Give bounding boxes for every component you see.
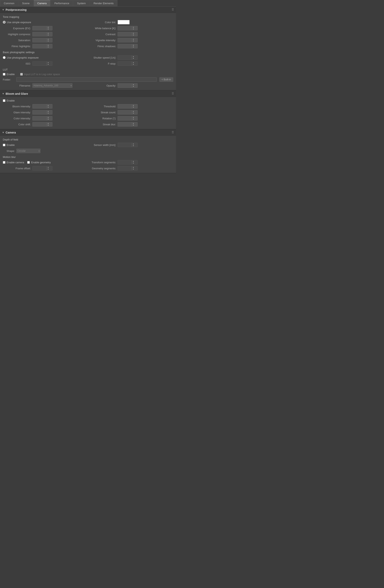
fstop-down[interactable]: ▼ — [132, 63, 135, 65]
lut-filename-dropdown[interactable]: Adanmq_Advantix_100 — [32, 83, 72, 88]
vignette-spinbox[interactable]: 0.0 ▲ ▼ — [118, 38, 137, 42]
bloom-intensity-up[interactable]: ▲ — [47, 104, 50, 106]
bloom-enable-checkbox[interactable] — [3, 99, 5, 102]
rotation-up[interactable]: ▲ — [132, 116, 135, 118]
frame-offset-input[interactable]: 0.5 — [33, 167, 46, 170]
bloom-intensity-down[interactable]: ▼ — [47, 106, 50, 108]
streak-blur-down[interactable]: ▼ — [132, 124, 135, 126]
filmic-shadows-arrows[interactable]: ▲ ▼ — [132, 44, 135, 48]
threshold-down[interactable]: ▼ — [132, 106, 135, 108]
enable-geometry-checkbox[interactable] — [27, 161, 30, 164]
contrast-arrows[interactable]: ▲ ▼ — [132, 32, 135, 36]
geometry-segments-spinbox[interactable]: 5 ▲ ▼ — [118, 166, 137, 170]
filmic-highlights-up[interactable]: ▲ — [47, 44, 50, 46]
frame-offset-arrows[interactable]: ▲ ▼ — [46, 166, 50, 170]
lut-enable-checkbox[interactable] — [3, 73, 5, 76]
sensor-width-down[interactable]: ▼ — [132, 145, 135, 147]
geometry-segments-arrows[interactable]: ▲ ▼ — [132, 166, 135, 170]
color-shift-spinbox[interactable]: 0.0 ▲ ▼ — [32, 122, 52, 126]
color-intensity-down[interactable]: ▼ — [47, 118, 50, 120]
streak-count-arrows[interactable]: ▲ ▼ — [132, 110, 135, 114]
lut-opacity-down[interactable]: ▼ — [132, 85, 135, 87]
rotation-input[interactable]: 0.0 — [118, 117, 132, 120]
exposure-down[interactable]: ▼ — [47, 28, 50, 30]
frame-offset-down[interactable]: ▼ — [47, 168, 50, 170]
enable-geometry-label[interactable]: Enable geometry — [27, 161, 51, 164]
tab-system[interactable]: System — [73, 0, 90, 6]
exposure-up[interactable]: ▲ — [47, 26, 50, 28]
lut-opacity-input[interactable]: 1.0 — [118, 84, 132, 87]
fstop-spinbox[interactable]: 5.6 ▲ ▼ — [118, 61, 137, 66]
saturation-spinbox[interactable]: 0.0 ▲ ▼ — [32, 38, 52, 42]
white-balance-arrows[interactable]: ▲ ▼ — [132, 26, 135, 30]
color-intensity-up[interactable]: ▲ — [47, 116, 50, 118]
lut-opacity-up[interactable]: ▲ — [132, 84, 135, 85]
geometry-segments-down[interactable]: ▼ — [132, 168, 135, 170]
exposure-arrows[interactable]: ▲ ▼ — [46, 26, 50, 30]
shape-dropdown[interactable]: Circular Custom — [16, 149, 40, 153]
streak-blur-arrows[interactable]: ▲ ▼ — [132, 122, 135, 126]
iso-down[interactable]: ▼ — [47, 63, 50, 65]
filmic-shadows-spinbox[interactable]: 0.0 ▲ ▼ — [118, 44, 137, 48]
threshold-arrows[interactable]: ▲ ▼ — [132, 104, 135, 108]
sensor-width-spinbox[interactable]: 10.0 ▲ ▼ — [118, 143, 137, 147]
filmic-highlights-spinbox[interactable]: 0.0 ▲ ▼ — [32, 44, 52, 48]
use-simple-exposure-radio-label[interactable]: Use simple exposure — [3, 21, 31, 24]
frame-offset-up[interactable]: ▲ — [47, 166, 50, 168]
streak-count-spinbox[interactable]: 3 ▲ ▼ — [118, 110, 137, 115]
streak-blur-input[interactable]: 0.0 — [118, 123, 132, 126]
vignette-up[interactable]: ▲ — [132, 38, 135, 40]
enable-camera-label[interactable]: Enable camera — [3, 161, 24, 164]
streak-count-up[interactable]: ▲ — [132, 110, 135, 112]
exposure-input[interactable]: 0.0 — [33, 27, 46, 30]
shutter-up[interactable]: ▲ — [132, 56, 135, 58]
iso-arrows[interactable]: ▲ ▼ — [46, 62, 50, 65]
filmic-highlights-arrows[interactable]: ▲ ▼ — [46, 44, 50, 48]
highlight-input[interactable]: 1.0 — [33, 33, 46, 36]
saturation-input[interactable]: 0.0 — [33, 39, 46, 42]
color-intensity-input[interactable]: 0.0 — [33, 117, 46, 120]
postprocessing-header[interactable]: ▼ Postprocessing ⠿ — [0, 7, 176, 13]
use-photo-exposure-radio[interactable] — [3, 56, 6, 59]
filmic-shadows-input[interactable]: 0.0 — [118, 45, 132, 48]
iso-up[interactable]: ▲ — [47, 62, 50, 63]
shape-dropdown-wrap[interactable]: Circular Custom — [16, 149, 40, 153]
white-balance-down[interactable]: ▼ — [132, 28, 135, 30]
color-intensity-spinbox[interactable]: 0.0 ▲ ▼ — [32, 116, 52, 121]
tab-render-elements[interactable]: Render Elements — [90, 0, 117, 6]
filmic-highlights-down[interactable]: ▼ — [47, 46, 50, 48]
fstop-input[interactable]: 5.6 — [118, 62, 132, 65]
sensor-width-input[interactable]: 10.0 — [118, 144, 132, 146]
highlight-arrows[interactable]: ▲ ▼ — [46, 32, 50, 36]
glare-intensity-input[interactable]: 0.0 — [33, 111, 46, 114]
lut-filename-wrap[interactable]: Adanmq_Advantix_100 — [32, 83, 72, 88]
threshold-up[interactable]: ▲ — [132, 104, 135, 106]
fstop-up[interactable]: ▲ — [132, 62, 135, 63]
transform-segments-down[interactable]: ▼ — [132, 162, 135, 164]
use-simple-exposure-radio[interactable] — [3, 21, 6, 23]
tab-common[interactable]: Common — [0, 0, 18, 6]
transform-segments-spinbox[interactable]: 16 ▲ ▼ — [118, 160, 137, 165]
glare-intensity-down[interactable]: ▼ — [47, 112, 50, 114]
filmic-highlights-input[interactable]: 0.0 — [33, 45, 46, 48]
transform-segments-up[interactable]: ▲ — [132, 160, 135, 162]
iso-input[interactable]: 200.0 — [33, 62, 46, 65]
contrast-down[interactable]: ▼ — [132, 34, 135, 36]
bloom-glare-header[interactable]: ▼ Bloom and Glare ⠿ — [0, 90, 176, 97]
lut-folder-input[interactable]: C:\Program Files\Corona\LUT — [16, 77, 157, 82]
tab-scene[interactable]: Scene — [18, 0, 33, 6]
lut-log-label[interactable]: Input LUT is in Log color space — [20, 73, 60, 76]
rotation-spinbox[interactable]: 0.0 ▲ ▼ — [118, 116, 137, 121]
frame-offset-spinbox[interactable]: 0.5 ▲ ▼ — [32, 166, 52, 170]
shutter-spinbox[interactable]: 80.0 ▲ ▼ — [118, 55, 137, 60]
bloom-intensity-arrows[interactable]: ▲ ▼ — [46, 104, 50, 108]
vignette-arrows[interactable]: ▲ ▼ — [132, 38, 135, 42]
lut-enable-label[interactable]: Enable — [3, 73, 15, 76]
dof-enable-label[interactable]: Enable — [3, 144, 15, 147]
sensor-width-up[interactable]: ▲ — [132, 143, 135, 145]
shutter-input[interactable]: 80.0 — [118, 56, 132, 59]
shutter-down[interactable]: ▼ — [132, 58, 135, 60]
dof-enable-checkbox[interactable] — [3, 144, 5, 146]
geometry-segments-up[interactable]: ▲ — [132, 166, 135, 168]
sensor-width-arrows[interactable]: ▲ ▼ — [132, 143, 135, 147]
